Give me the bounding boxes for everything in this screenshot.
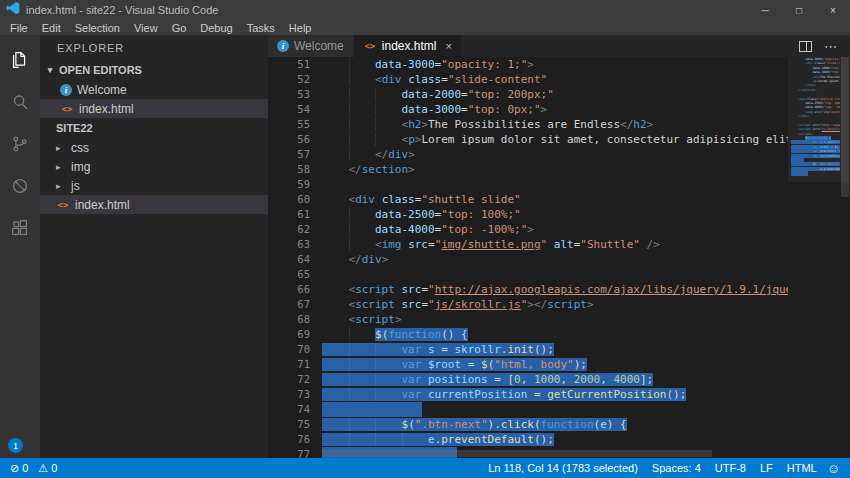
line-number[interactable]: 67 [268, 297, 310, 312]
code-line[interactable]: 60 <div class="shuttle slide" [268, 192, 788, 207]
status-cursor-position[interactable]: Ln 118, Col 14 (1783 selected) [488, 462, 638, 474]
code-line[interactable]: 71 var $root = $("html, body"); [268, 357, 788, 372]
line-number[interactable]: 66 [268, 282, 310, 297]
tree-item-img[interactable]: ▸img [40, 157, 268, 176]
minimap[interactable]: data-3000="opacity: 1;"> <div class="sli… [788, 57, 840, 458]
code-line[interactable]: 70 var s = skrollr.init(); [268, 342, 788, 357]
status-indentation[interactable]: Spaces: 4 [652, 462, 701, 474]
status-encoding[interactable]: UTF-8 [715, 462, 746, 474]
line-number[interactable]: 73 [268, 387, 310, 402]
code-line[interactable]: 64 </div> [268, 252, 788, 267]
code-line[interactable]: 53 data-2000="top: 200px;" [268, 87, 788, 102]
line-number[interactable]: 69 [268, 327, 310, 342]
menu-help[interactable]: Help [282, 22, 319, 34]
tree-item-css[interactable]: ▸css [40, 138, 268, 157]
more-actions-icon[interactable]: ⋯ [824, 39, 838, 54]
line-number[interactable]: 59 [268, 177, 310, 192]
line-number[interactable]: 70 [268, 342, 310, 357]
code-token: > [527, 58, 534, 71]
line-number[interactable]: 63 [268, 237, 310, 252]
line-number[interactable]: 58 [268, 162, 310, 177]
line-number[interactable]: 68 [268, 312, 310, 327]
code-line[interactable]: 74 [268, 402, 788, 417]
line-number[interactable]: 62 [268, 222, 310, 237]
activity-extensions-icon[interactable] [0, 207, 40, 249]
indent-guide [375, 373, 402, 386]
tab-welcome[interactable]: iWelcome [268, 35, 354, 57]
activity-source-control-icon[interactable] [0, 123, 40, 165]
line-number[interactable]: 57 [268, 147, 310, 162]
tab-index-html[interactable]: <>index.html× [354, 35, 462, 57]
activity-search-icon[interactable] [0, 81, 40, 123]
activity-debug-icon[interactable] [0, 165, 40, 207]
code-line[interactable]: 67 <script src="js/skrollr.js"></script> [268, 297, 788, 312]
open-editor-item[interactable]: <>index.html [40, 99, 268, 118]
open-editors-header[interactable]: ▾ OPEN EDITORS [40, 60, 268, 80]
status-eol[interactable]: LF [760, 462, 773, 474]
line-number[interactable]: 64 [268, 252, 310, 267]
line-number[interactable]: 52 [268, 72, 310, 87]
line-number[interactable]: 51 [268, 57, 310, 72]
close-icon[interactable]: × [446, 40, 452, 52]
status-errors[interactable]: ⊘0 [10, 462, 28, 475]
code-line[interactable]: 61 data-2500="top: 100%;" [268, 207, 788, 222]
code-area[interactable]: 51 data-3000="opacity: 1;">52 <div class… [268, 57, 850, 458]
line-number[interactable]: 77 [268, 447, 310, 458]
menu-edit[interactable]: Edit [35, 22, 68, 34]
line-number[interactable]: 71 [268, 357, 310, 372]
code-line[interactable]: 63 <img src="img/shuttle.png" alt="Shutt… [268, 237, 788, 252]
code-line[interactable]: 62 data-4000="top: -100%;"> [268, 222, 788, 237]
split-editor-icon[interactable] [799, 41, 812, 52]
status-language-mode[interactable]: HTML [787, 462, 817, 474]
indent-guide [322, 388, 349, 401]
line-number[interactable]: 53 [268, 87, 310, 102]
menu-debug[interactable]: Debug [193, 22, 239, 34]
code-line[interactable]: 69 $(function() { [268, 327, 788, 342]
notification-badge[interactable]: 1 [8, 438, 23, 453]
line-number[interactable]: 60 [268, 192, 310, 207]
tree-item-index-html[interactable]: <>index.html [40, 195, 268, 214]
code-line[interactable]: 73 var currentPosition = getCurrentPosit… [268, 387, 788, 402]
tree-item-js[interactable]: ▸js [40, 176, 268, 195]
menu-file[interactable]: File [3, 22, 35, 34]
menu-selection[interactable]: Selection [68, 22, 127, 34]
open-editor-item[interactable]: iWelcome [40, 80, 268, 99]
line-number[interactable]: 76 [268, 432, 310, 447]
line-number[interactable]: 75 [268, 417, 310, 432]
code-line[interactable]: 59 [268, 177, 788, 192]
code-line[interactable]: 55 <h2>The Possibilities are Endless</h2… [268, 117, 788, 132]
vertical-scrollbar[interactable] [840, 57, 850, 458]
feedback-smiley-icon[interactable]: ☺ [827, 461, 840, 476]
code-line[interactable]: 54 data-3000="top: 0px;"> [268, 102, 788, 117]
line-number[interactable]: 72 [268, 372, 310, 387]
close-button[interactable]: × [816, 0, 850, 20]
minimize-button[interactable]: ─ [748, 0, 782, 20]
activity-explorer-icon[interactable] [0, 39, 40, 81]
folder-root-header[interactable]: SITE22 [40, 118, 268, 138]
menu-go[interactable]: Go [165, 22, 194, 34]
code-line[interactable]: 68 <script> [268, 312, 788, 327]
line-number[interactable]: 54 [268, 102, 310, 117]
code-line[interactable]: 66 <script src="http://ajax.googleapis.c… [268, 282, 788, 297]
code-line[interactable]: 51 data-3000="opacity: 1;"> [268, 57, 788, 72]
vertical-scrollbar-thumb[interactable] [841, 57, 849, 197]
code-line[interactable]: 56 <p>Lorem ipsum dolor sit amet, consec… [268, 132, 788, 147]
code-line[interactable]: 57 </div> [268, 147, 788, 162]
line-number[interactable]: 55 [268, 117, 310, 132]
code-line[interactable]: 72 var positions = [0, 1000, 2000, 4000]… [268, 372, 788, 387]
maximize-button[interactable]: □ [782, 0, 816, 20]
status-warnings[interactable]: ⚠0 [38, 462, 57, 475]
menu-view[interactable]: View [127, 22, 165, 34]
line-number[interactable]: 65 [268, 267, 310, 282]
code-token: /> [647, 238, 660, 251]
code-line[interactable]: 75 $(".btn-next").click(function(e) { [268, 417, 788, 432]
code-line[interactable]: 76 e.preventDefault(); [268, 432, 788, 447]
horizontal-scrollbar-thumb[interactable] [322, 450, 712, 457]
line-number[interactable]: 56 [268, 132, 310, 147]
code-line[interactable]: 52 <div class="slide-content" [268, 72, 788, 87]
line-number[interactable]: 74 [268, 402, 310, 417]
menu-tasks[interactable]: Tasks [240, 22, 282, 34]
code-line[interactable]: 58 </section> [268, 162, 788, 177]
line-number[interactable]: 61 [268, 207, 310, 222]
code-line[interactable]: 65 [268, 267, 788, 282]
